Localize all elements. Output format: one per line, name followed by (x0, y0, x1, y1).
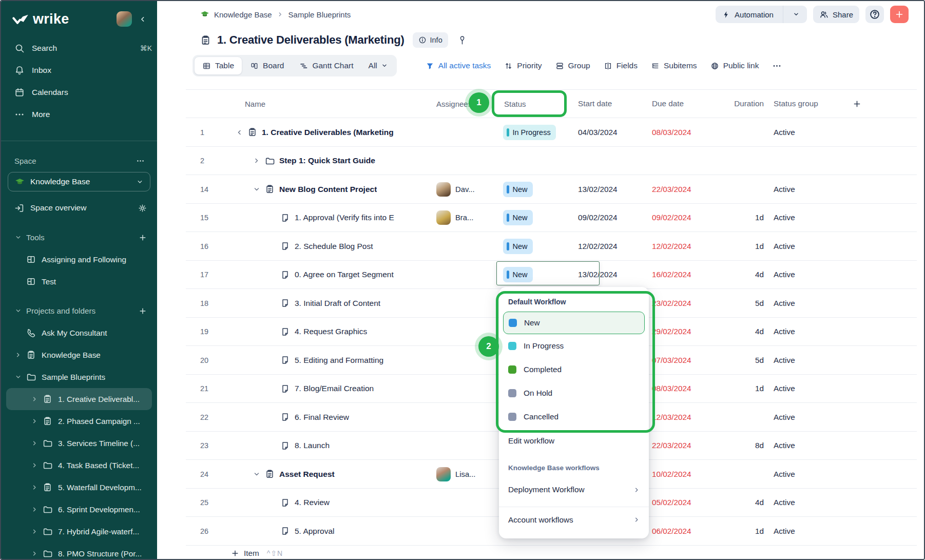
sidebar-item[interactable]: 6. Sprint Developmen... (1, 498, 157, 520)
column-header-start-date[interactable]: Start date (578, 99, 652, 108)
duration-cell[interactable]: 1d (723, 527, 764, 536)
toolbar-more-button[interactable] (772, 61, 782, 71)
due-date-cell[interactable]: 12/03/2024 (652, 413, 723, 422)
status-cell[interactable]: In Progress (503, 125, 578, 140)
sidebar-item[interactable]: Assigning and Following (1, 248, 157, 271)
column-header-status-group[interactable]: Status group (764, 99, 846, 108)
task-name-cell[interactable]: 3. Initial Draft of Content (222, 298, 436, 308)
row-expand-icon[interactable] (253, 185, 261, 194)
due-date-cell[interactable]: 09/02/2024 (652, 213, 723, 222)
expand-chevron-icon[interactable] (14, 307, 22, 315)
duration-cell[interactable]: 5d (723, 299, 764, 308)
create-button[interactable] (890, 6, 909, 23)
assignee-cell[interactable]: Dav... (436, 182, 503, 197)
sidebar-item[interactable]: Sample Blueprints (1, 366, 157, 388)
toolbar-item[interactable]: Public link (710, 61, 759, 70)
space-selector[interactable]: Knowledge Base (8, 172, 150, 191)
user-avatar[interactable] (117, 11, 132, 27)
table-row[interactable]: 1 1. Creative Deliverables (Marketing (157, 118, 924, 147)
table-row[interactable]: 14 New Blog Content Project Dav... (157, 175, 924, 204)
task-name-cell[interactable]: Step 1: Quick Start Guide (222, 156, 436, 166)
table-row[interactable]: 2 Step 1: Quick Start Guide (157, 147, 924, 176)
task-name-cell[interactable]: 5. Editing and Formatting (222, 355, 436, 365)
view-tab[interactable]: Board (242, 56, 292, 75)
due-date-cell[interactable]: 22/03/2024 (652, 185, 723, 194)
status-cell[interactable]: New (503, 239, 578, 254)
due-date-cell[interactable]: 16/02/2024 (652, 270, 723, 279)
workflow-item[interactable]: Deployment Workflow (499, 477, 649, 503)
due-date-cell[interactable]: 29/02/2024 (652, 327, 723, 336)
expand-chevron-icon[interactable] (31, 417, 38, 425)
expand-chevron-icon[interactable] (14, 373, 22, 381)
due-date-cell[interactable]: 12/02/2024 (652, 242, 723, 251)
view-tab[interactable]: Gantt Chart (292, 56, 361, 75)
toolbar-item[interactable]: Fields (604, 61, 638, 70)
sidebar-item-space-overview[interactable]: Space overview (1, 197, 157, 219)
pin-icon[interactable] (457, 35, 467, 45)
sidebar-item[interactable]: 1. Creative Deliverabl... (6, 388, 152, 410)
duration-cell[interactable]: 8d (723, 441, 764, 450)
expand-chevron-icon[interactable] (31, 528, 38, 535)
task-name-cell[interactable]: 1. Approval (Verify fits into E (222, 213, 436, 223)
due-date-cell[interactable]: 10/02/2024 (652, 470, 723, 479)
sidebar-nav-item[interactable]: Inbox (1, 59, 157, 81)
task-name-cell[interactable]: 5. Approval (222, 526, 436, 536)
sidebar-item[interactable]: 8. PMO Structure (Por... (1, 543, 157, 559)
help-button[interactable] (865, 6, 884, 23)
expand-chevron-icon[interactable] (31, 550, 38, 557)
status-option[interactable]: New (503, 312, 645, 334)
duration-cell[interactable]: 1d (723, 213, 764, 222)
start-date-cell[interactable]: 12/02/2024 (578, 242, 652, 251)
task-name-cell[interactable]: 4. Request Graphics (222, 327, 436, 337)
column-header-status[interactable]: Status (503, 100, 578, 108)
sidebar-collapse-icon[interactable] (138, 15, 147, 24)
column-header-duration[interactable]: Duration (723, 99, 764, 108)
status-cell[interactable]: New (503, 210, 578, 225)
task-name-cell[interactable]: 1. Creative Deliverables (Marketing (222, 127, 436, 137)
sidebar-item[interactable]: 4. Task Based (Ticket... (1, 454, 157, 476)
assignee-cell[interactable]: Bra... (436, 210, 503, 225)
task-name-cell[interactable]: 2. Schedule Blog Post (222, 241, 436, 251)
wrike-logo[interactable]: wrike (12, 11, 69, 27)
duration-cell[interactable]: 5d (723, 356, 764, 365)
expand-chevron-icon[interactable] (14, 351, 22, 359)
due-date-cell[interactable]: 06/02/2024 (652, 527, 723, 536)
breadcrumb-sample-blueprints[interactable]: Sample Blueprints (288, 10, 351, 19)
toolbar-item[interactable]: Group (555, 61, 590, 70)
sidebar-item[interactable]: Ask My Consultant (1, 322, 157, 344)
expand-chevron-icon[interactable] (31, 439, 38, 447)
task-name-cell[interactable]: New Blog Content Project (222, 184, 436, 194)
status-option[interactable]: Completed (499, 358, 649, 381)
sidebar-item[interactable]: 3. Services Timeline (... (1, 432, 157, 454)
sidebar-nav-item[interactable]: Search ⌘K (1, 37, 157, 59)
row-expand-icon[interactable] (253, 470, 261, 478)
status-badge[interactable]: New (503, 239, 533, 254)
status-badge[interactable]: In Progress (503, 125, 556, 140)
toolbar-item[interactable]: Subitems (651, 61, 697, 70)
due-date-cell[interactable]: 22/03/2024 (652, 441, 723, 450)
task-name-cell[interactable]: 4. Review (222, 498, 436, 508)
automation-dropdown-button[interactable] (788, 11, 801, 18)
space-menu-icon[interactable] (136, 157, 145, 165)
task-name-cell[interactable]: 6. Final Review (222, 412, 436, 422)
task-name-cell[interactable]: 8. Launch (222, 441, 436, 451)
status-badge[interactable]: New (503, 182, 533, 197)
status-option[interactable]: In Progress (499, 334, 649, 358)
sidebar-nav-item[interactable]: More (1, 103, 157, 125)
expand-chevron-icon[interactable] (14, 234, 22, 241)
sidebar-nav-item[interactable]: Calendars (1, 81, 157, 103)
start-date-cell[interactable]: 13/02/2024 (578, 185, 652, 194)
assignee-cell[interactable]: Lisa... (436, 467, 503, 481)
row-expand-icon[interactable] (253, 157, 261, 165)
task-name-cell[interactable]: Asset Request (222, 469, 436, 479)
duration-cell[interactable]: 4d (723, 498, 764, 507)
edit-workflow-item[interactable]: Edit workflow (499, 429, 649, 453)
automation-button[interactable]: Automation (716, 6, 807, 23)
sidebar-item[interactable]: Knowledge Base (1, 344, 157, 366)
duration-cell[interactable]: 1d (723, 242, 764, 251)
expand-chevron-icon[interactable] (31, 395, 38, 403)
expand-chevron-icon[interactable] (31, 461, 38, 469)
status-option[interactable]: On Hold (499, 381, 649, 405)
status-badge[interactable]: New (503, 210, 533, 225)
due-date-cell[interactable]: 08/03/2024 (652, 384, 723, 393)
